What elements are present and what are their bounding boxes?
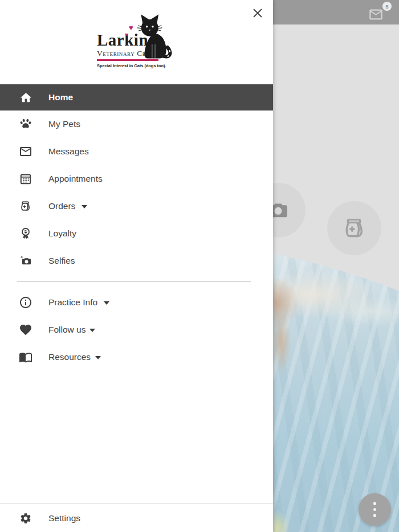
nav-item-appointments[interactable]: Appointments: [0, 165, 273, 193]
nav-item-label: Orders: [48, 201, 75, 211]
nav-item-resources[interactable]: Resources: [0, 343, 273, 371]
app-screen: 5 ♥ ♥: [0, 0, 399, 532]
nav-item-follow-us[interactable]: Follow us: [0, 316, 273, 343]
paw-icon: [19, 117, 32, 131]
gear-icon: [19, 511, 32, 525]
nav-item-selfies[interactable]: Selfies: [0, 247, 273, 275]
nav-item-practice-info[interactable]: Practice Info: [0, 289, 273, 316]
nav-item-label: Selfies: [48, 256, 75, 266]
home-icon: [19, 91, 32, 104]
nav-item-label: Messages: [48, 146, 89, 157]
navigation-drawer: ♥ ♥ Larkin Veterinary Center: [0, 0, 273, 532]
close-icon[interactable]: [249, 5, 266, 22]
nav-item-label: Appointments: [48, 174, 103, 184]
nav-item-messages[interactable]: Messages: [0, 138, 273, 165]
messages-header-button[interactable]: 5: [368, 4, 389, 22]
nav-item-label: Settings: [48, 513, 80, 523]
envelope-icon: [19, 145, 32, 158]
nav-item-my-pets[interactable]: My Pets: [0, 111, 273, 138]
pet-food-bag-icon: [19, 199, 32, 213]
heart-icon: ♥: [129, 24, 133, 31]
nav-item-orders[interactable]: Orders: [0, 193, 273, 220]
nav-item-label: Practice Info: [48, 297, 97, 308]
open-book-icon: [19, 350, 32, 364]
chevron-down-icon: [82, 205, 87, 208]
drawer-menu: Home My Pets Messages: [0, 84, 273, 275]
info-icon: [19, 296, 32, 309]
calendar-icon: [19, 172, 32, 186]
nav-item-label: Home: [48, 92, 73, 103]
medal-paw-icon: [19, 227, 32, 240]
nav-item-label: Follow us: [48, 325, 85, 335]
clinic-logo: ♥ ♥ Larkin Veterinary Center: [97, 8, 177, 76]
mail-icon: [368, 7, 384, 22]
orders-shortcut-circle[interactable]: [327, 201, 381, 255]
unread-badge: 5: [382, 2, 392, 11]
chevron-down-icon: [95, 356, 101, 359]
chevron-down-icon: [89, 329, 95, 332]
black-cat-icon: [136, 11, 173, 67]
pet-food-bag-icon: [341, 215, 368, 242]
kebab-menu-icon: [373, 502, 377, 505]
drawer-secondary-menu: Practice Info Follow us Resources: [0, 289, 273, 371]
heart-icon: [19, 323, 32, 337]
nav-item-settings[interactable]: Settings: [0, 504, 273, 532]
nav-item-label: Loyalty: [48, 228, 76, 239]
chevron-down-icon: [104, 301, 109, 305]
nav-item-home[interactable]: Home: [0, 84, 273, 111]
camera-star-icon: [19, 254, 32, 268]
menu-divider: [17, 281, 251, 282]
nav-item-loyalty[interactable]: Loyalty: [0, 220, 273, 247]
more-options-fab[interactable]: [359, 493, 391, 526]
nav-item-label: My Pets: [48, 119, 80, 129]
nav-item-label: Resources: [48, 352, 91, 362]
heart-icon: ♥: [125, 32, 128, 38]
